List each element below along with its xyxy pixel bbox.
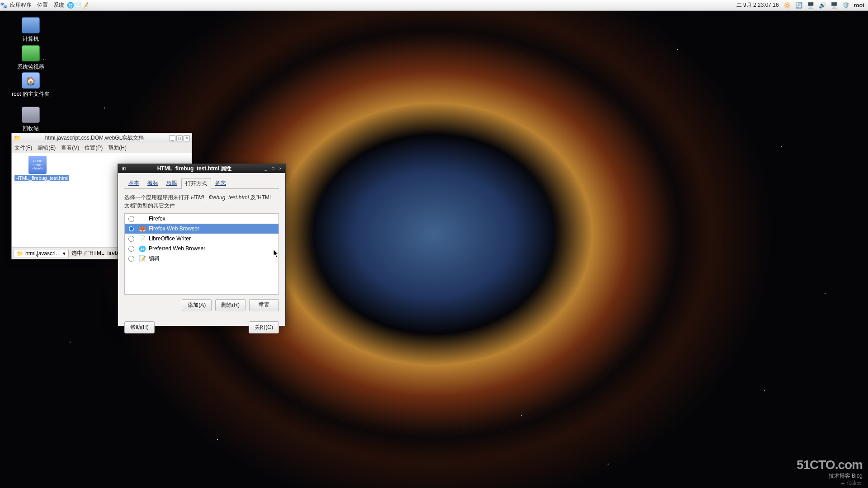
tab-basic[interactable]: 基本 — [124, 178, 143, 188]
desktop-icon-home[interactable]: 🏠 root 的主文件夹 — [9, 72, 52, 98]
app-row-editor[interactable]: 📝 编辑 — [125, 253, 278, 264]
app-radio[interactable] — [128, 236, 134, 242]
desktop-icon-computer[interactable]: 计算机 — [9, 17, 52, 43]
update-icon[interactable]: 🔆 — [783, 2, 791, 9]
remove-button[interactable]: 删除(R) — [215, 299, 245, 311]
file-item[interactable]: <!DOC <html> <head> HTML_firebug_test.ht… — [14, 156, 61, 181]
app-row-firefox[interactable]: Firefox — [125, 214, 278, 224]
app-name: Firefox Web Browser — [149, 225, 199, 232]
app-name: 编辑 — [149, 255, 160, 263]
home-folder-icon: 🏠 — [22, 72, 40, 89]
close-button[interactable]: × — [277, 165, 283, 172]
app-radio[interactable] — [128, 246, 134, 252]
prop-title: HTML_firebug_test.html 属性 — [127, 165, 262, 173]
cloud-icon: ☁ — [840, 480, 845, 486]
main-menu-icon: 🐾 — [0, 2, 7, 9]
prop-titlebar[interactable]: ◧ HTML_firebug_test.html 属性 _ □ × — [118, 164, 285, 173]
fm-titlebar[interactable]: 📁 html,javascript,css,DOM,webGL实战文档 _ □ … — [12, 133, 192, 143]
app-name: Firefox — [149, 216, 165, 222]
watermark: 51CTO.com 技术博客 Blog — [797, 458, 863, 480]
globe-icon[interactable]: 🌐 — [67, 2, 74, 9]
cursor-icon — [274, 249, 279, 258]
add-button[interactable]: 添加(A) — [182, 299, 212, 311]
desktop-icon-label: root 的主文件夹 — [12, 91, 50, 97]
app-row-preferred[interactable]: 🌐 Preferred Web Browser — [125, 244, 278, 253]
menu-places[interactable]: 位置 — [34, 1, 51, 9]
folder-icon: 📁 — [14, 135, 21, 142]
display-icon[interactable]: 🖥️ — [830, 2, 838, 9]
desktop-icon-monitor[interactable]: 系统监视器 — [9, 45, 52, 71]
tab-emblems[interactable]: 徽标 — [143, 178, 162, 188]
trash-icon — [22, 107, 40, 123]
monitor-icon — [22, 45, 40, 61]
breadcrumb[interactable]: 📁 html,javascri… ▾ — [14, 249, 69, 258]
desktop-icon-label: 系统监视器 — [17, 64, 44, 70]
menu-applications[interactable]: 应用程序 — [7, 1, 34, 9]
app-radio[interactable] — [128, 226, 134, 232]
volume-icon[interactable]: 🔊 — [819, 2, 826, 9]
desktop-icon-label: 计算机 — [23, 36, 39, 42]
close-button[interactable]: × — [184, 135, 190, 141]
refresh-icon[interactable]: 🔄 — [795, 2, 802, 9]
desktop-icon-trash[interactable]: 回收站 — [9, 107, 52, 132]
window-menu-icon[interactable]: ◧ — [121, 165, 127, 172]
security-icon[interactable]: 🛡️ — [842, 2, 849, 9]
html-file-icon: <!DOC <html> <head> — [28, 156, 47, 174]
application-list[interactable]: Firefox 🦊 Firefox Web Browser 📄 LibreOff… — [124, 213, 279, 295]
top-panel: 🐾 应用程序 位置 系统 🌐 ✉️ 📝 二 9月 2 23:07:16 🔆 🔄 … — [0, 0, 868, 11]
minimize-button[interactable]: _ — [263, 165, 269, 172]
chevron-down-icon: ▾ — [63, 250, 66, 257]
app-row-libreoffice[interactable]: 📄 LibreOffice Writer — [125, 234, 278, 244]
globe-icon: 🌐 — [139, 245, 146, 252]
menu-system[interactable]: 系统 — [51, 1, 67, 9]
note-icon[interactable]: 📝 — [81, 2, 89, 9]
file-label: HTML_firebug_test.html — [14, 175, 69, 181]
watermark-corner: ☁ 亿速云 — [840, 479, 862, 486]
fm-menu-edit[interactable]: 编辑(E) — [38, 144, 56, 152]
fm-menu-file[interactable]: 文件(F) — [14, 144, 32, 152]
blank-icon — [139, 215, 146, 222]
app-radio[interactable] — [128, 216, 134, 222]
mail-icon[interactable]: ✉️ — [74, 2, 81, 9]
writer-icon: 📄 — [139, 235, 146, 242]
network-icon[interactable]: 🖥️ — [807, 2, 814, 9]
app-radio[interactable] — [128, 256, 134, 262]
fm-menu-places[interactable]: 位置(P) — [85, 144, 103, 152]
user-label[interactable]: root — [854, 2, 864, 9]
fm-title: html,javascript,css,DOM,webGL实战文档 — [21, 134, 168, 142]
editor-icon: 📝 — [139, 255, 146, 263]
tab-permissions[interactable]: 权限 — [162, 178, 181, 188]
close-button[interactable]: 关闭(C) — [249, 321, 279, 333]
help-button[interactable]: 帮助(H) — [124, 321, 155, 333]
folder-icon: 📁 — [17, 250, 24, 257]
tabs: 基本 徽标 权限 打开方式 备忘 — [124, 178, 279, 189]
desktop-icon-label: 回收站 — [23, 125, 39, 131]
properties-dialog: ◧ HTML_firebug_test.html 属性 _ □ × 基本 徽标 … — [118, 164, 286, 326]
fm-menu-view[interactable]: 查看(V) — [61, 144, 79, 152]
app-name: LibreOffice Writer — [149, 235, 191, 242]
computer-icon — [22, 17, 40, 33]
app-row-firefox-web[interactable]: 🦊 Firefox Web Browser — [125, 224, 278, 234]
firefox-icon: 🦊 — [139, 225, 146, 232]
tab-open-with[interactable]: 打开方式 — [181, 178, 211, 189]
fm-menubar: 文件(F) 编辑(E) 查看(V) 位置(P) 帮助(H) — [12, 143, 192, 153]
reset-button[interactable]: 重置 — [249, 299, 279, 311]
minimize-button[interactable]: _ — [169, 135, 175, 141]
maximize-button[interactable]: □ — [176, 135, 183, 141]
tab-notes[interactable]: 备忘 — [211, 178, 230, 188]
app-name: Preferred Web Browser — [149, 245, 205, 252]
clock[interactable]: 二 9月 2 23:07:16 — [736, 1, 779, 9]
prompt-text: 选择一个应用程序用来打开 HTML_firebug_test.html 及"HT… — [124, 193, 279, 210]
maximize-button[interactable]: □ — [270, 165, 276, 172]
fm-menu-help[interactable]: 帮助(H) — [108, 144, 127, 152]
